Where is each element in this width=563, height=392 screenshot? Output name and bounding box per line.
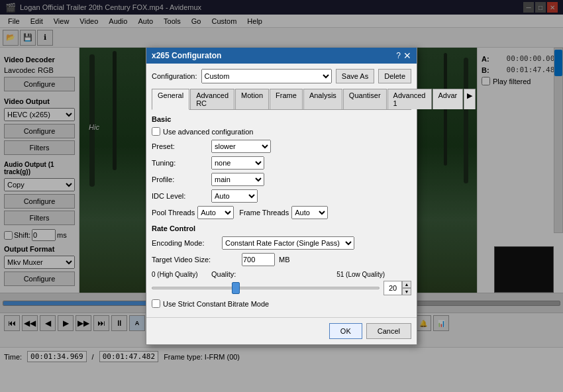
- cancel-btn[interactable]: Cancel: [366, 323, 411, 339]
- strict-constant-checkbox[interactable]: [152, 299, 160, 308]
- x265-config-modal: x265 Configuraton ? ✕ Configuration: Cus…: [146, 47, 417, 345]
- profile-select[interactable]: mainmain10mainstillpicture: [211, 173, 264, 186]
- modal-title-bar: x265 Configuraton ? ✕: [146, 48, 417, 64]
- quality-slider-row: 20 ▲ ▼: [152, 281, 411, 295]
- use-advanced-label: Use advanced configuration: [163, 128, 253, 136]
- preset-label: Preset:: [152, 142, 211, 150]
- frame-threads-select[interactable]: Auto: [291, 206, 328, 219]
- tab-advar[interactable]: Advar: [433, 89, 464, 109]
- quality-center-label: Quality:: [211, 270, 336, 278]
- use-advanced-checkbox[interactable]: [152, 127, 160, 136]
- encoding-mode-label: Encoding Mode:: [152, 239, 218, 247]
- tab-quantiser[interactable]: Quantiser: [343, 89, 387, 109]
- tab-motion[interactable]: Motion: [235, 89, 269, 109]
- quality-down-btn[interactable]: ▼: [402, 288, 411, 295]
- modal-title-text: x265 Configuraton: [152, 51, 221, 60]
- tuning-row: Tuning: nonegrainpsnrssimfastdecodezerol…: [152, 156, 411, 170]
- tab-more-btn[interactable]: ▶: [464, 89, 476, 109]
- basic-section: Basic Use advanced configuration Preset:…: [152, 115, 411, 219]
- modal-tabs: General Advanced RC Motion Frame Analysi…: [152, 89, 411, 110]
- modal-close-btn[interactable]: ✕: [403, 50, 411, 61]
- strict-constant-row: Use Strict Constant Bitrate Mode: [152, 299, 411, 308]
- config-select[interactable]: Custom: [201, 69, 332, 83]
- encoding-mode-select[interactable]: Constant Rate Factor (Single Pass)Averag…: [222, 236, 354, 250]
- idc-level-select[interactable]: Auto: [211, 189, 258, 203]
- target-video-size-unit: MB: [279, 256, 290, 264]
- tab-frame[interactable]: Frame: [270, 89, 303, 109]
- quality-spinners: ▲ ▼: [402, 281, 411, 295]
- quality-value-display: 20: [384, 281, 402, 295]
- quality-slider-thumb[interactable]: [232, 282, 240, 294]
- preset-select[interactable]: ultrafastsuperfastveryfastfasterfastmedi…: [211, 140, 271, 153]
- tab-analysis[interactable]: Analysis: [303, 89, 342, 109]
- quality-left-label: 0 (High Quality): [152, 271, 211, 278]
- rate-control-title: Rate Control: [152, 224, 411, 232]
- frame-threads-label: Frame Threads: [239, 209, 289, 217]
- quality-value-container: 20 ▲ ▼: [384, 281, 411, 295]
- target-video-size-input[interactable]: [242, 253, 275, 266]
- profile-label: Profile:: [152, 175, 211, 183]
- idc-level-row: IDC Level: Auto: [152, 189, 411, 203]
- rate-control-section: Rate Control Encoding Mode: Constant Rat…: [152, 224, 411, 308]
- idc-level-label: IDC Level:: [152, 192, 211, 200]
- target-video-size-label: Target Video Size:: [152, 256, 238, 264]
- threads-row: Pool Threads Auto Frame Threads Auto: [152, 206, 411, 219]
- target-video-size-row: Target Video Size: MB: [152, 253, 411, 266]
- tuning-select[interactable]: nonegrainpsnrssimfastdecodezerolatency: [211, 156, 264, 170]
- delete-btn[interactable]: Delete: [378, 69, 411, 83]
- ok-btn[interactable]: OK: [329, 323, 362, 339]
- profile-row: Profile: mainmain10mainstillpicture: [152, 173, 411, 186]
- use-advanced-row: Use advanced configuration: [152, 127, 411, 136]
- preset-row: Preset: ultrafastsuperfastveryfastfaster…: [152, 140, 411, 153]
- modal-overlay: x265 Configuraton ? ✕ Configuration: Cus…: [0, 0, 563, 392]
- save-as-btn[interactable]: Save As: [336, 69, 374, 83]
- quality-right-label: 51 (Low Quality): [336, 271, 385, 278]
- config-label: Configuration:: [152, 72, 197, 80]
- tuning-label: Tuning:: [152, 159, 211, 167]
- modal-body: Configuration: Custom Save As Delete Gen…: [146, 64, 417, 317]
- modal-help-btn[interactable]: ?: [396, 50, 401, 61]
- quality-up-btn[interactable]: ▲: [402, 281, 411, 288]
- basic-title: Basic: [152, 115, 411, 123]
- pool-threads-select[interactable]: Auto: [197, 206, 234, 219]
- tab-general[interactable]: General: [152, 89, 189, 110]
- encoding-mode-row: Encoding Mode: Constant Rate Factor (Sin…: [152, 236, 411, 250]
- quality-labels-row: 0 (High Quality) Quality: 51 (Low Qualit…: [152, 270, 411, 278]
- modal-title-buttons: ? ✕: [396, 50, 411, 61]
- tab-advanced1[interactable]: Advanced 1: [387, 89, 432, 109]
- modal-footer: OK Cancel: [146, 317, 417, 344]
- tab-advanced-rc[interactable]: Advanced RC: [190, 89, 234, 109]
- config-row: Configuration: Custom Save As Delete: [152, 69, 411, 83]
- strict-constant-label: Use Strict Constant Bitrate Mode: [163, 300, 269, 308]
- quality-slider-track[interactable]: [152, 287, 380, 289]
- pool-threads-label: Pool Threads: [152, 209, 195, 217]
